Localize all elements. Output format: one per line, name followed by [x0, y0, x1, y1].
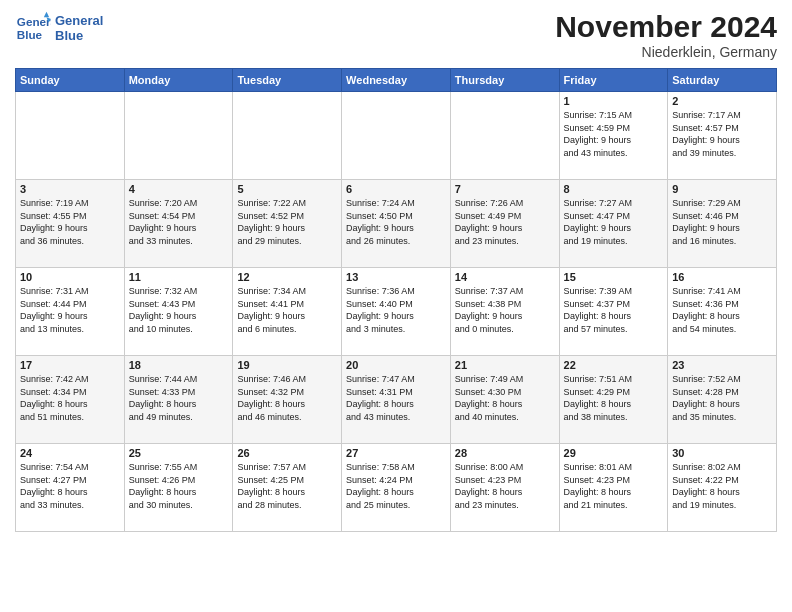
calendar-cell-w2d1: 11Sunrise: 7:32 AM Sunset: 4:43 PM Dayli… [124, 268, 233, 356]
day-info: Sunrise: 7:27 AM Sunset: 4:47 PM Dayligh… [564, 197, 664, 247]
calendar-cell-w0d4 [450, 92, 559, 180]
calendar-cell-w3d1: 18Sunrise: 7:44 AM Sunset: 4:33 PM Dayli… [124, 356, 233, 444]
day-number: 7 [455, 183, 555, 195]
day-info: Sunrise: 8:01 AM Sunset: 4:23 PM Dayligh… [564, 461, 664, 511]
calendar-cell-w3d0: 17Sunrise: 7:42 AM Sunset: 4:34 PM Dayli… [16, 356, 125, 444]
calendar-cell-w3d6: 23Sunrise: 7:52 AM Sunset: 4:28 PM Dayli… [668, 356, 777, 444]
day-info: Sunrise: 7:51 AM Sunset: 4:29 PM Dayligh… [564, 373, 664, 423]
day-number: 18 [129, 359, 229, 371]
logo-blue: Blue [55, 28, 103, 43]
day-info: Sunrise: 7:22 AM Sunset: 4:52 PM Dayligh… [237, 197, 337, 247]
day-info: Sunrise: 7:55 AM Sunset: 4:26 PM Dayligh… [129, 461, 229, 511]
header-saturday: Saturday [668, 69, 777, 92]
calendar-cell-w1d4: 7Sunrise: 7:26 AM Sunset: 4:49 PM Daylig… [450, 180, 559, 268]
day-number: 16 [672, 271, 772, 283]
day-info: Sunrise: 7:24 AM Sunset: 4:50 PM Dayligh… [346, 197, 446, 247]
day-number: 24 [20, 447, 120, 459]
calendar-cell-w1d0: 3Sunrise: 7:19 AM Sunset: 4:55 PM Daylig… [16, 180, 125, 268]
calendar-cell-w3d5: 22Sunrise: 7:51 AM Sunset: 4:29 PM Dayli… [559, 356, 668, 444]
calendar-cell-w3d4: 21Sunrise: 7:49 AM Sunset: 4:30 PM Dayli… [450, 356, 559, 444]
day-info: Sunrise: 7:44 AM Sunset: 4:33 PM Dayligh… [129, 373, 229, 423]
day-number: 3 [20, 183, 120, 195]
page: General Blue General Blue November 2024 … [0, 0, 792, 612]
day-number: 14 [455, 271, 555, 283]
day-number: 12 [237, 271, 337, 283]
header-wednesday: Wednesday [342, 69, 451, 92]
day-number: 15 [564, 271, 664, 283]
day-number: 2 [672, 95, 772, 107]
day-info: Sunrise: 7:58 AM Sunset: 4:24 PM Dayligh… [346, 461, 446, 511]
calendar-cell-w1d1: 4Sunrise: 7:20 AM Sunset: 4:54 PM Daylig… [124, 180, 233, 268]
day-number: 19 [237, 359, 337, 371]
day-info: Sunrise: 7:41 AM Sunset: 4:36 PM Dayligh… [672, 285, 772, 335]
day-number: 4 [129, 183, 229, 195]
day-info: Sunrise: 7:17 AM Sunset: 4:57 PM Dayligh… [672, 109, 772, 159]
header-friday: Friday [559, 69, 668, 92]
location: Niederklein, Germany [555, 44, 777, 60]
calendar-cell-w3d3: 20Sunrise: 7:47 AM Sunset: 4:31 PM Dayli… [342, 356, 451, 444]
day-info: Sunrise: 7:32 AM Sunset: 4:43 PM Dayligh… [129, 285, 229, 335]
day-number: 26 [237, 447, 337, 459]
calendar-cell-w0d1 [124, 92, 233, 180]
calendar-week-0: 1Sunrise: 7:15 AM Sunset: 4:59 PM Daylig… [16, 92, 777, 180]
header-tuesday: Tuesday [233, 69, 342, 92]
day-info: Sunrise: 7:49 AM Sunset: 4:30 PM Dayligh… [455, 373, 555, 423]
day-info: Sunrise: 7:52 AM Sunset: 4:28 PM Dayligh… [672, 373, 772, 423]
logo-icon: General Blue [15, 10, 51, 46]
calendar-cell-w4d5: 29Sunrise: 8:01 AM Sunset: 4:23 PM Dayli… [559, 444, 668, 532]
calendar-week-4: 24Sunrise: 7:54 AM Sunset: 4:27 PM Dayli… [16, 444, 777, 532]
day-info: Sunrise: 7:26 AM Sunset: 4:49 PM Dayligh… [455, 197, 555, 247]
day-info: Sunrise: 7:37 AM Sunset: 4:38 PM Dayligh… [455, 285, 555, 335]
day-number: 11 [129, 271, 229, 283]
calendar-cell-w2d4: 14Sunrise: 7:37 AM Sunset: 4:38 PM Dayli… [450, 268, 559, 356]
calendar-week-2: 10Sunrise: 7:31 AM Sunset: 4:44 PM Dayli… [16, 268, 777, 356]
calendar-cell-w4d4: 28Sunrise: 8:00 AM Sunset: 4:23 PM Dayli… [450, 444, 559, 532]
calendar-cell-w2d6: 16Sunrise: 7:41 AM Sunset: 4:36 PM Dayli… [668, 268, 777, 356]
day-info: Sunrise: 7:15 AM Sunset: 4:59 PM Dayligh… [564, 109, 664, 159]
calendar-cell-w4d3: 27Sunrise: 7:58 AM Sunset: 4:24 PM Dayli… [342, 444, 451, 532]
calendar-cell-w0d3 [342, 92, 451, 180]
calendar-cell-w0d2 [233, 92, 342, 180]
header: General Blue General Blue November 2024 … [15, 10, 777, 60]
day-number: 10 [20, 271, 120, 283]
day-info: Sunrise: 8:00 AM Sunset: 4:23 PM Dayligh… [455, 461, 555, 511]
calendar-cell-w1d2: 5Sunrise: 7:22 AM Sunset: 4:52 PM Daylig… [233, 180, 342, 268]
day-info: Sunrise: 7:54 AM Sunset: 4:27 PM Dayligh… [20, 461, 120, 511]
header-sunday: Sunday [16, 69, 125, 92]
svg-text:Blue: Blue [17, 28, 43, 41]
day-info: Sunrise: 7:57 AM Sunset: 4:25 PM Dayligh… [237, 461, 337, 511]
calendar-cell-w1d3: 6Sunrise: 7:24 AM Sunset: 4:50 PM Daylig… [342, 180, 451, 268]
calendar-table: Sunday Monday Tuesday Wednesday Thursday… [15, 68, 777, 532]
calendar-cell-w1d6: 9Sunrise: 7:29 AM Sunset: 4:46 PM Daylig… [668, 180, 777, 268]
day-info: Sunrise: 7:46 AM Sunset: 4:32 PM Dayligh… [237, 373, 337, 423]
day-info: Sunrise: 7:19 AM Sunset: 4:55 PM Dayligh… [20, 197, 120, 247]
logo-general: General [55, 13, 103, 28]
day-number: 21 [455, 359, 555, 371]
header-monday: Monday [124, 69, 233, 92]
day-info: Sunrise: 7:39 AM Sunset: 4:37 PM Dayligh… [564, 285, 664, 335]
day-number: 23 [672, 359, 772, 371]
day-number: 25 [129, 447, 229, 459]
day-info: Sunrise: 7:34 AM Sunset: 4:41 PM Dayligh… [237, 285, 337, 335]
day-number: 27 [346, 447, 446, 459]
calendar-cell-w0d0 [16, 92, 125, 180]
day-info: Sunrise: 7:31 AM Sunset: 4:44 PM Dayligh… [20, 285, 120, 335]
day-info: Sunrise: 7:20 AM Sunset: 4:54 PM Dayligh… [129, 197, 229, 247]
calendar-cell-w4d1: 25Sunrise: 7:55 AM Sunset: 4:26 PM Dayli… [124, 444, 233, 532]
day-number: 9 [672, 183, 772, 195]
day-number: 20 [346, 359, 446, 371]
day-number: 1 [564, 95, 664, 107]
calendar-cell-w0d5: 1Sunrise: 7:15 AM Sunset: 4:59 PM Daylig… [559, 92, 668, 180]
day-number: 13 [346, 271, 446, 283]
day-info: Sunrise: 7:36 AM Sunset: 4:40 PM Dayligh… [346, 285, 446, 335]
day-info: Sunrise: 7:47 AM Sunset: 4:31 PM Dayligh… [346, 373, 446, 423]
day-number: 17 [20, 359, 120, 371]
day-info: Sunrise: 7:42 AM Sunset: 4:34 PM Dayligh… [20, 373, 120, 423]
day-number: 28 [455, 447, 555, 459]
calendar-cell-w1d5: 8Sunrise: 7:27 AM Sunset: 4:47 PM Daylig… [559, 180, 668, 268]
day-number: 8 [564, 183, 664, 195]
calendar-cell-w3d2: 19Sunrise: 7:46 AM Sunset: 4:32 PM Dayli… [233, 356, 342, 444]
day-number: 22 [564, 359, 664, 371]
calendar-cell-w4d6: 30Sunrise: 8:02 AM Sunset: 4:22 PM Dayli… [668, 444, 777, 532]
calendar-week-3: 17Sunrise: 7:42 AM Sunset: 4:34 PM Dayli… [16, 356, 777, 444]
